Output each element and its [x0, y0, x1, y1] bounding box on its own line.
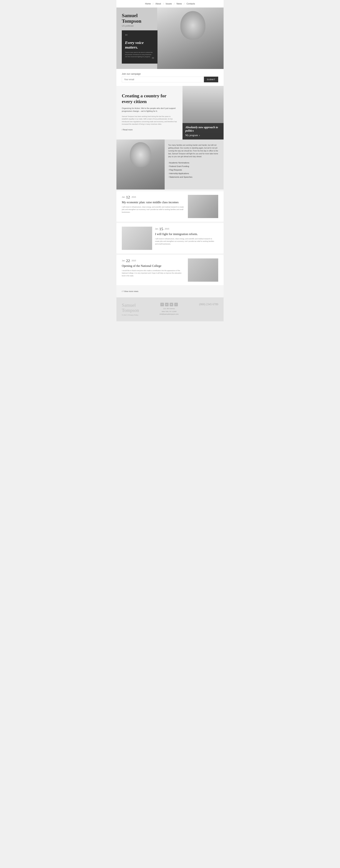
footer-name: Samuel Tompson	[122, 303, 139, 313]
linkedin-icon[interactable]: in	[169, 303, 173, 306]
creating-section: Creating a country for every citizen Org…	[117, 86, 223, 140]
news-item-3-day: 22	[126, 258, 130, 263]
quote-open-icon: "	[125, 33, 154, 40]
news-item-1-date: Jan. 12 , 2015	[122, 195, 185, 199]
footer-copyright: © 2017 | Privacy Policy	[122, 314, 139, 316]
candidate-photo	[117, 140, 165, 189]
service-list: Academic Nominations Federal Grant Fundi…	[168, 161, 220, 179]
read-more-link[interactable]: Read more	[122, 129, 133, 131]
news-item-1-title: My economic plan: raise middle class inc…	[122, 200, 185, 204]
news-item-2-image	[122, 227, 152, 250]
quote-close-icon: "	[125, 58, 154, 61]
candidate-info: Too many families are working harder and…	[165, 140, 223, 189]
news-item-3-year: 2015	[132, 259, 136, 262]
footer-name-block: Samuel Tompson © 2017 | Privacy Policy	[122, 303, 139, 316]
news-item-2-day: 15	[159, 227, 163, 231]
service-item: Internship Applications	[168, 172, 220, 175]
news-item-1-body: I will invest in infrastructure, clean e…	[122, 206, 185, 213]
campaign-label: Join our campaign	[122, 72, 218, 75]
service-item: Statements and Speeches	[168, 175, 220, 179]
news-item-1: Jan. 12 , 2015 My economic plan: raise m…	[117, 191, 223, 222]
news-item-1-month: Jan.	[122, 196, 126, 198]
hero-name: Samuel Tompson	[122, 13, 170, 24]
politics-overlay: Absolutely new approach to politics My p…	[183, 123, 223, 140]
news-item-1-image	[188, 195, 218, 218]
service-item: Federal Grant Funding	[168, 164, 220, 168]
nav-sep-3: /	[174, 2, 175, 5]
news-item-2-date: Jan. 15 , 2015	[155, 227, 215, 231]
nav-sep-4: /	[184, 2, 184, 5]
creating-org-text: Organizing for Action: We’re the people …	[122, 107, 177, 113]
nav-contacts[interactable]: Contacts	[186, 2, 195, 5]
nav-home[interactable]: Home	[145, 2, 151, 5]
googleplus-icon[interactable]: G+	[165, 303, 168, 306]
news-item-2-title: I will fight for immigration reform.	[155, 232, 215, 236]
view-more-link[interactable]: / View more news	[122, 290, 138, 292]
nav-issues[interactable]: Issues	[166, 2, 172, 5]
campaign-form: SUBMIT	[122, 76, 218, 82]
news-item-3-date: Jan. 22 , 2015	[122, 258, 185, 263]
nav-sep-2: /	[163, 2, 163, 5]
footer-address: 123, 5th Avenue, New York, NY 12345 info…	[160, 307, 179, 316]
footer: Samuel Tompson © 2017 | Privacy Policy f…	[117, 298, 223, 321]
service-item: Academic Nominations	[168, 161, 220, 164]
creating-right-photo: Absolutely new approach to politics My p…	[183, 86, 223, 140]
creating-content: Creating a country for every citizen Org…	[117, 86, 183, 140]
footer-social: f G+ in t	[160, 303, 179, 306]
news-item-3: Jan. 22 , 2015 Opening of the National C…	[117, 255, 223, 285]
news-item-1-year: 2015	[132, 196, 136, 198]
view-more: / View more news	[117, 287, 223, 296]
nav-news[interactable]: News	[177, 2, 182, 5]
quote-sub-text: There’s more work to be done to extend t…	[125, 52, 154, 58]
hero-subtitle: US politician	[122, 25, 170, 27]
nav-sep-1: /	[153, 2, 153, 5]
footer-contact-block: f G+ in t 123, 5th Avenue, New York, NY …	[160, 303, 179, 316]
arrow-right-icon: ›	[199, 134, 200, 137]
hero-content: Samuel Tompson US politician " Every voi…	[117, 7, 175, 69]
twitter-icon[interactable]: t	[174, 303, 178, 306]
news-item-1-day: 12	[126, 195, 130, 199]
news-item-3-title: Opening of the National College	[122, 264, 185, 268]
politics-heading: Absolutely new approach to politics	[185, 126, 221, 132]
footer-phone-block: (800) 2345 6789	[199, 303, 218, 306]
news-item-2-content: Jan. 15 , 2015 I will fight for immigrat…	[152, 227, 218, 250]
main-nav: Home / About / Issues / News / Contacts	[117, 0, 223, 7]
news-item-3-body: I would like to thank everyone who made …	[122, 269, 185, 277]
news-item-3-image	[188, 258, 218, 282]
footer-phone: (800) 2345 6789	[199, 303, 218, 306]
my-program-link[interactable]: My program ›	[185, 134, 221, 137]
creating-bio-text: Samuel Tompson has been working hard dur…	[122, 115, 177, 126]
quote-box: " Every voice matters. There’s more work…	[122, 30, 157, 64]
creating-heading: Creating a country for every citizen	[122, 93, 177, 104]
quote-text: Every voice matters.	[125, 40, 154, 50]
hero-section: Samuel Tompson US politician " Every voi…	[117, 7, 223, 69]
campaign-email-input[interactable]	[122, 76, 204, 82]
candidate-section: Too many families are working harder and…	[117, 140, 223, 189]
service-item: Flag Requests	[168, 168, 220, 172]
news-item-2-body: I will invest in infrastructure, clean e…	[155, 238, 215, 245]
news-item-2: Jan. 15 , 2015 I will fight for immigrat…	[117, 223, 223, 253]
facebook-icon[interactable]: f	[160, 303, 164, 306]
news-item-1-content: Jan. 12 , 2015 My economic plan: raise m…	[122, 195, 188, 218]
news-item-3-month: Jan.	[122, 259, 126, 262]
nav-about[interactable]: About	[155, 2, 161, 5]
campaign-section: Join our campaign SUBMIT	[117, 69, 223, 86]
news-section: Jan. 12 , 2015 My economic plan: raise m…	[117, 189, 223, 298]
news-item-2-month: Jan.	[155, 228, 159, 230]
news-item-2-year: 2015	[165, 228, 169, 230]
candidate-body-text: Too many families are working harder and…	[168, 144, 220, 158]
news-item-3-content: Jan. 22 , 2015 Opening of the National C…	[122, 258, 188, 282]
campaign-submit-button[interactable]: SUBMIT	[204, 76, 218, 82]
